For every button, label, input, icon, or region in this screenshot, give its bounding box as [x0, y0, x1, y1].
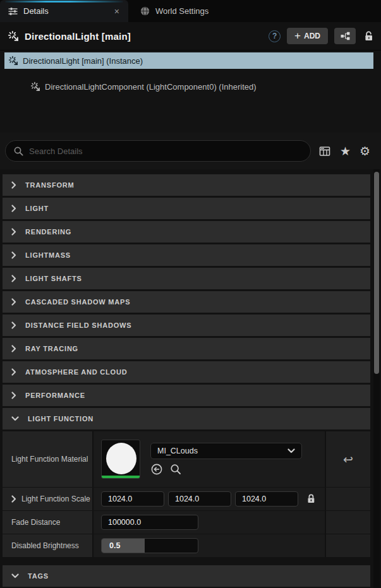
category-label: DISTANCE FIELD SHADOWS: [25, 321, 131, 329]
search-row: ★ ⚙: [0, 133, 381, 169]
lock-closed-icon[interactable]: [306, 493, 317, 505]
edit-blueprint-button[interactable]: [334, 28, 356, 44]
browse-to-asset-icon[interactable]: [169, 463, 182, 476]
scale-y-input[interactable]: 1024.0: [168, 491, 231, 507]
scrollbar-track[interactable]: [373, 169, 380, 588]
category-label: TAGS: [28, 572, 49, 580]
chevron-right-icon: [11, 392, 16, 399]
property-value-cell: 0.5: [94, 534, 325, 557]
chevron-right-icon: [11, 368, 16, 376]
category-lightmass[interactable]: LIGHTMASS: [3, 244, 370, 266]
property-name-cell: Light Function Scale: [3, 488, 94, 510]
chevron-down-icon: [11, 416, 19, 421]
settings-gear-icon[interactable]: ⚙: [360, 145, 370, 157]
page-title: DirectionalLight [main]: [25, 31, 131, 42]
category-light[interactable]: LIGHT: [3, 198, 370, 219]
category-tags[interactable]: TAGS: [3, 565, 370, 587]
chevron-down-icon: [287, 448, 295, 453]
search-box[interactable]: [5, 140, 311, 162]
search-input[interactable]: [29, 147, 303, 156]
globe-icon: [140, 6, 150, 16]
chevron-right-icon: [11, 275, 16, 282]
plus-icon: +: [294, 30, 301, 41]
reset-column: ↩: [325, 431, 370, 487]
hierarchy-icon: [340, 31, 351, 41]
row-light-function-material: Light Function Material MI_CLouds: [3, 431, 370, 487]
property-value-cell: 1024.0 1024.0 1024.0: [94, 488, 325, 510]
tab-close-icon[interactable]: ×: [113, 6, 121, 16]
details-body: TRANSFORM LIGHT RENDERING LIGHTMASS LIGH…: [0, 169, 381, 588]
tree-row-component-label: DirectionalLightComponent (LightComponen…: [45, 82, 257, 92]
reset-column: [325, 511, 370, 534]
property-label: Disabled Brightness: [11, 541, 79, 550]
property-name-cell: Light Function Material: [3, 431, 94, 487]
disabled-brightness-value: 0.5: [102, 541, 120, 550]
display-options-icon[interactable]: [318, 145, 331, 157]
unlock-icon[interactable]: [363, 30, 375, 42]
help-icon[interactable]: ?: [269, 30, 281, 42]
section-gap: [3, 558, 370, 565]
tab-world-settings[interactable]: World Settings: [128, 0, 216, 22]
property-value-cell: 100000.0: [94, 511, 325, 534]
category-distance-field-shadows[interactable]: DISTANCE FIELD SHADOWS: [3, 315, 370, 336]
category-rendering[interactable]: RENDERING: [3, 221, 370, 243]
tab-details-label: Details: [23, 6, 49, 16]
category-label: LIGHT FUNCTION: [28, 415, 94, 423]
fade-distance-input[interactable]: 100000.0: [101, 515, 198, 530]
material-select-value: MI_CLouds: [157, 447, 287, 455]
category-light-shafts[interactable]: LIGHT SHAFTS: [3, 268, 370, 289]
category-ray-tracing[interactable]: RAY TRACING: [3, 338, 370, 359]
property-value-cell: MI_CLouds: [94, 431, 325, 487]
category-label: LIGHT: [25, 205, 49, 212]
material-type-bar: [102, 476, 140, 478]
chevron-right-icon: [11, 205, 16, 212]
favorites-star-icon[interactable]: ★: [340, 145, 351, 157]
row-light-function-scale: Light Function Scale 1024.0 1024.0 1024.…: [3, 488, 370, 510]
tree-row-instance[interactable]: DirectionalLight [main] (Instance): [4, 52, 373, 69]
use-selected-asset-icon[interactable]: [150, 463, 163, 476]
directional-light-icon: [8, 56, 18, 66]
category-label: RAY TRACING: [25, 345, 78, 352]
search-icon: [13, 146, 24, 157]
add-button-label: ADD: [304, 32, 320, 40]
material-select-dropdown[interactable]: MI_CLouds: [150, 443, 302, 459]
reset-to-default-icon[interactable]: ↩: [343, 452, 353, 467]
tree-row-component[interactable]: DirectionalLightComponent (LightComponen…: [30, 78, 373, 95]
directional-light-icon: [8, 30, 19, 42]
row-disabled-brightness: Disabled Brightness 0.5: [3, 534, 370, 557]
scale-z-input[interactable]: 1024.0: [235, 491, 298, 507]
category-label: PERFORMANCE: [25, 392, 85, 399]
property-name-cell: Disabled Brightness: [3, 534, 94, 557]
category-cascaded-shadow-maps[interactable]: CASCADED SHADOW MAPS: [3, 291, 370, 313]
category-transform[interactable]: TRANSFORM: [3, 174, 370, 196]
chevron-right-icon: [11, 251, 16, 259]
reset-column: [325, 534, 370, 557]
tab-details[interactable]: Details ×: [0, 0, 128, 22]
category-label: TRANSFORM: [25, 181, 74, 189]
details-sliders-icon: [8, 6, 18, 16]
category-label: ATMOSPHERE AND CLOUD: [25, 368, 127, 376]
tree-row-instance-label: DirectionalLight [main] (Instance): [23, 56, 143, 66]
category-performance[interactable]: PERFORMANCE: [3, 385, 370, 406]
chevron-right-icon[interactable]: [11, 495, 16, 503]
property-name-cell: Fade Distance: [3, 511, 94, 534]
material-thumbnail[interactable]: [101, 440, 140, 479]
directional-light-component-icon: [30, 81, 40, 92]
chevron-right-icon: [11, 228, 16, 236]
row-fade-distance: Fade Distance 100000.0: [3, 511, 370, 534]
chevron-right-icon: [11, 345, 16, 352]
category-atmosphere-and-cloud[interactable]: ATMOSPHERE AND CLOUD: [3, 361, 370, 383]
material-sphere-preview: [106, 443, 136, 474]
scale-x-input[interactable]: 1024.0: [101, 491, 164, 507]
disabled-brightness-slider[interactable]: 0.5: [101, 538, 198, 553]
reset-column: [325, 488, 370, 510]
scrollbar-thumb[interactable]: [374, 172, 379, 374]
add-button[interactable]: + ADD: [287, 28, 328, 44]
tab-bar: Details × World Settings: [0, 0, 381, 22]
category-light-function[interactable]: LIGHT FUNCTION: [3, 408, 370, 429]
subobject-tree: DirectionalLight [main] (Instance) Direc…: [0, 50, 381, 133]
chevron-right-icon: [11, 181, 16, 189]
category-label: LIGHT SHAFTS: [25, 275, 82, 282]
property-label: Fade Distance: [11, 518, 60, 527]
property-label: Light Function Scale: [21, 495, 90, 503]
